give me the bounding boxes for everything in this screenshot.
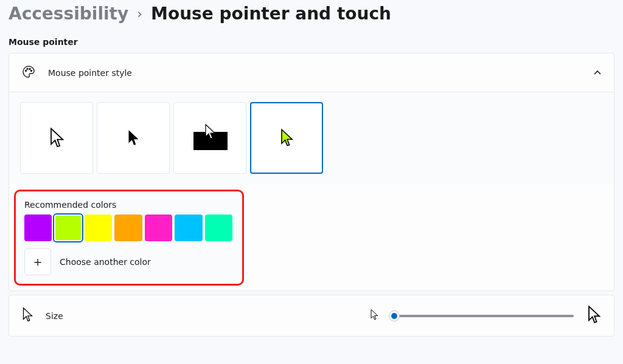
svg-point-0 — [26, 70, 27, 72]
slider-max-icon — [586, 305, 602, 326]
color-swatch[interactable] — [24, 215, 52, 241]
color-swatch[interactable] — [175, 215, 202, 241]
color-swatch[interactable] — [114, 215, 142, 241]
breadcrumb: Accessibility › Mouse pointer and touch — [9, 4, 614, 24]
palette-icon — [21, 64, 36, 81]
recommended-colors-row — [24, 215, 232, 241]
slider-min-icon — [369, 309, 379, 323]
breadcrumb-current: Mouse pointer and touch — [151, 4, 391, 24]
breadcrumb-parent[interactable]: Accessibility — [9, 4, 128, 24]
pointer-style-options — [20, 102, 603, 174]
color-swatch[interactable] — [85, 215, 112, 241]
color-swatch[interactable] — [145, 215, 172, 241]
chevron-up-icon — [593, 69, 602, 77]
color-swatch[interactable] — [205, 215, 232, 241]
cursor-small-icon — [21, 307, 33, 325]
mouse-pointer-style-header[interactable]: Mouse pointer style — [9, 53, 614, 92]
svg-point-3 — [31, 70, 32, 72]
pointer-size-slider[interactable] — [391, 315, 574, 317]
pointer-style-custom[interactable] — [250, 102, 323, 174]
cursor-icon — [48, 127, 65, 149]
svg-point-1 — [27, 69, 28, 70]
recommended-colors-label: Recommended colors — [24, 200, 232, 210]
pointer-style-inverted[interactable] — [173, 102, 246, 174]
mouse-pointer-style-label: Mouse pointer style — [48, 68, 581, 78]
slider-thumb[interactable] — [389, 311, 400, 321]
choose-another-color-button[interactable]: ＋ — [24, 249, 51, 275]
section-heading: Mouse pointer — [9, 37, 614, 47]
pointer-style-black[interactable] — [97, 102, 170, 174]
breadcrumb-separator: › — [137, 6, 142, 21]
mouse-pointer-style-card: Mouse pointer style — [9, 53, 614, 291]
cursor-icon — [126, 129, 141, 147]
pointer-size-card: Size — [9, 295, 614, 337]
cursor-icon — [279, 128, 294, 148]
cursor-icon — [203, 123, 217, 140]
choose-another-color-label: Choose another color — [60, 257, 151, 267]
pointer-style-white[interactable] — [20, 102, 93, 174]
color-swatch[interactable] — [54, 215, 82, 241]
svg-point-2 — [29, 69, 30, 70]
pointer-size-label: Size — [46, 311, 63, 321]
plus-icon: ＋ — [31, 253, 44, 271]
recommended-colors-panel: Recommended colors ＋ Choose another colo… — [14, 190, 244, 286]
mouse-pointer-style-body — [9, 92, 614, 185]
